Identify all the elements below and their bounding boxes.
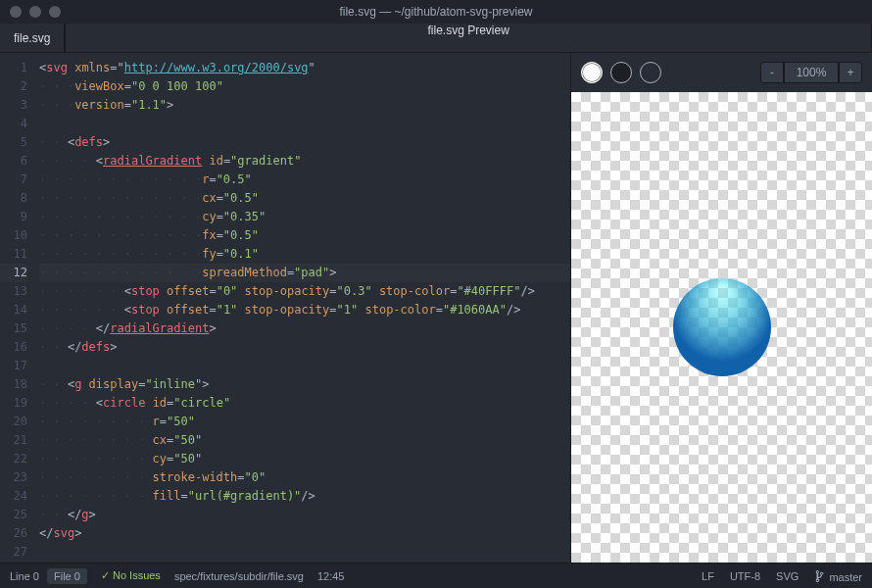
status-grammar[interactable]: SVG <box>776 570 799 582</box>
preview-canvas[interactable] <box>571 92 872 563</box>
code-line[interactable]: · · </g> <box>39 506 570 524</box>
line-number[interactable]: 19 <box>0 394 27 413</box>
code-area[interactable]: <svg xmlns="http://www.w3.org/2000/svg"·… <box>39 59 570 563</box>
rendered-svg <box>673 278 771 376</box>
code-line[interactable]: </svg> <box>39 524 570 543</box>
line-number[interactable]: 8 <box>0 189 27 208</box>
code-line[interactable]: <svg xmlns="http://www.w3.org/2000/svg" <box>39 59 570 77</box>
line-number[interactable]: 15 <box>0 319 27 338</box>
line-number[interactable]: 21 <box>0 431 27 450</box>
zoom-out-button[interactable]: - <box>760 62 784 83</box>
line-number[interactable]: 25 <box>0 506 27 524</box>
window-title: file.svg — ~/github/atom-svg-preview <box>0 5 872 19</box>
line-number[interactable]: 22 <box>0 450 27 468</box>
status-file[interactable]: File 0 <box>47 568 87 584</box>
code-line[interactable]: · · <defs> <box>39 133 570 152</box>
line-number[interactable]: 18 <box>0 375 27 394</box>
preview-toolbar: - 100% + <box>571 53 872 92</box>
code-line[interactable]: · · · · </radialGradient> <box>39 319 570 338</box>
code-line[interactable]: · · · · · · <stop offset="0" stop-opacit… <box>39 282 570 301</box>
code-line[interactable]: · · · viewBox="0 0 100 100" <box>39 77 570 96</box>
code-line[interactable] <box>39 115 570 133</box>
status-time: 12:45 <box>317 570 345 582</box>
code-line[interactable]: · · </defs> <box>39 338 570 357</box>
tab-editor[interactable]: file.svg <box>0 24 65 52</box>
code-line[interactable]: · · · · <circle id="circle" <box>39 394 570 413</box>
titlebar: file.svg — ~/github/atom-svg-preview <box>0 0 872 24</box>
background-white-button[interactable] <box>581 62 603 83</box>
zoom-value: 100% <box>784 62 839 83</box>
line-number[interactable]: 7 <box>0 171 27 189</box>
status-encoding[interactable]: UTF-8 <box>730 570 760 582</box>
line-number[interactable]: 23 <box>0 468 27 487</box>
tab-bar: file.svg file.svg Preview <box>0 24 872 53</box>
code-line[interactable]: · · · · · · · · · · · · spreadMethod="pa… <box>39 264 570 282</box>
line-number[interactable]: 10 <box>0 226 27 245</box>
code-line[interactable]: · · · · · · · · · · · · cy="0.35" <box>39 208 570 226</box>
status-issues[interactable]: ✓ No Issues <box>101 569 161 582</box>
code-line[interactable] <box>39 357 570 375</box>
code-line[interactable]: · · · · · · · · · · · · fx="0.5" <box>39 226 570 245</box>
line-number[interactable]: 5 <box>0 133 27 152</box>
zoom-in-button[interactable]: + <box>839 62 862 83</box>
svg-point-0 <box>673 278 771 376</box>
line-number[interactable]: 26 <box>0 524 27 543</box>
line-number[interactable]: 20 <box>0 413 27 431</box>
code-line[interactable]: · · · · · · <stop offset="1" stop-opacit… <box>39 301 570 319</box>
tab-label: file.svg <box>14 31 50 45</box>
code-line[interactable]: · · · · <radialGradient id="gradient" <box>39 152 570 171</box>
line-number[interactable]: 9 <box>0 208 27 226</box>
code-line[interactable]: · · · · · · · · · · · · r="0.5" <box>39 171 570 189</box>
line-number[interactable]: 17 <box>0 357 27 375</box>
line-number[interactable]: 1 <box>0 59 27 77</box>
status-branch-name: master <box>829 571 862 583</box>
line-number[interactable]: 3 <box>0 96 27 115</box>
status-branch[interactable]: master <box>814 569 862 583</box>
status-line[interactable]: Line 0 <box>10 570 39 582</box>
line-number[interactable]: 24 <box>0 487 27 506</box>
code-line[interactable]: · · · · · · · · cx="50" <box>39 431 570 450</box>
tab-preview[interactable]: file.svg Preview <box>65 24 872 52</box>
status-issues-label: No Issues <box>113 569 161 581</box>
line-number[interactable]: 11 <box>0 245 27 264</box>
status-line-ending[interactable]: LF <box>702 570 714 582</box>
code-line[interactable] <box>39 543 570 562</box>
line-number[interactable]: 13 <box>0 282 27 301</box>
code-editor[interactable]: 1234567891011121314151617181920212223242… <box>0 53 570 563</box>
gutter: 1234567891011121314151617181920212223242… <box>0 59 39 563</box>
code-line[interactable]: · · · · · · · · · · · · fy="0.1" <box>39 245 570 264</box>
line-number[interactable]: 4 <box>0 115 27 133</box>
background-black-button[interactable] <box>610 62 632 83</box>
main-split: 1234567891011121314151617181920212223242… <box>0 53 872 563</box>
status-right: LF UTF-8 SVG master <box>702 569 862 583</box>
line-number[interactable]: 2 <box>0 77 27 96</box>
line-number[interactable]: 27 <box>0 543 27 562</box>
line-number[interactable]: 12 <box>0 264 27 282</box>
zoom-controls: - 100% + <box>760 62 862 83</box>
background-transparent-button[interactable] <box>640 62 661 83</box>
line-number[interactable]: 14 <box>0 301 27 319</box>
line-number[interactable]: 6 <box>0 152 27 171</box>
line-number[interactable]: 16 <box>0 338 27 357</box>
git-branch-icon <box>814 569 826 583</box>
code-line[interactable]: · · · · · · · · fill="url(#gradient)"/> <box>39 487 570 506</box>
code-line[interactable]: · · <g display="inline"> <box>39 375 570 394</box>
preview-pane: - 100% + <box>570 53 872 563</box>
status-bar: Line 0 File 0 ✓ No Issues spec/fixtures/… <box>0 563 872 588</box>
code-line[interactable]: · · · · · · · · cy="50" <box>39 450 570 468</box>
tab-label: file.svg Preview <box>427 24 509 37</box>
status-path[interactable]: spec/fixtures/subdir/file.svg <box>174 570 304 582</box>
code-line[interactable]: · · · · · · · · · · · · cx="0.5" <box>39 189 570 208</box>
code-line[interactable]: · · · · · · · · r="50" <box>39 413 570 431</box>
code-line[interactable]: · · · version="1.1"> <box>39 96 570 115</box>
code-line[interactable]: · · · · · · · · stroke-width="0" <box>39 468 570 487</box>
